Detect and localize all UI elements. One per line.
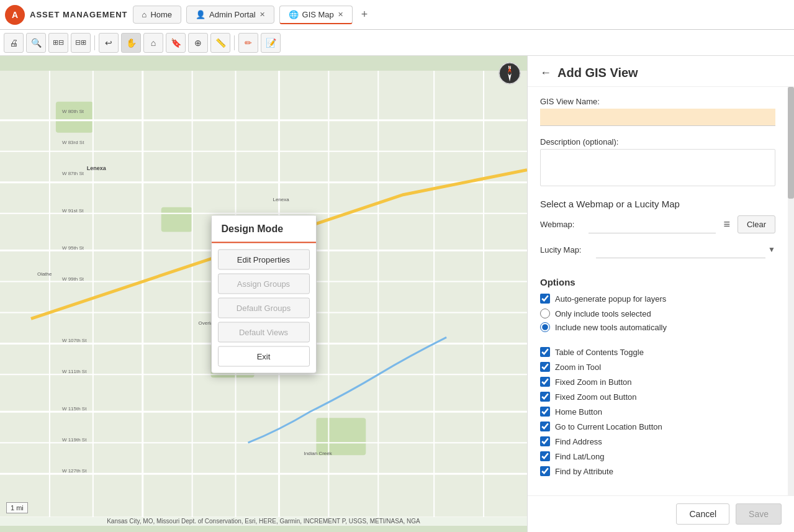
measure-tool[interactable]: 📏 [210,33,230,53]
only-selected-radio[interactable] [540,309,550,318]
add-tab-button[interactable]: + [358,8,372,21]
topbar: A ASSET MANAGEMENT ⌂ Home 👤 Admin Portal… [0,0,794,30]
print-tool[interactable]: 🖨 [4,33,24,53]
gis-view-name-input[interactable] [540,109,775,126]
find-address-checkbox[interactable] [540,436,550,446]
toc-toggle-row: Table of Contents Toggle [540,347,775,357]
bookmark-tool[interactable]: 🔖 [166,33,186,53]
cancel-button[interactable]: Cancel [676,503,729,525]
edit-tool[interactable]: 📝 [261,33,281,53]
back-button[interactable]: ← [540,66,551,79]
find-attribute-row: Find by Attribute [540,466,775,476]
zoom-collapse-tool[interactable]: ⊞⊟ [48,33,68,53]
lucity-map-select[interactable] [596,241,765,258]
draw-tool[interactable]: ✏ [238,33,258,53]
include-new-label: Include new tools automatically [555,323,667,332]
fixed-zoom-in-checkbox[interactable] [540,377,550,387]
include-new-radio[interactable] [540,322,550,332]
description-input[interactable] [540,149,775,186]
fixed-zoom-out-checkbox[interactable] [540,392,550,402]
svg-rect-2 [161,207,192,232]
clear-webmap-button[interactable]: Clear [738,215,775,233]
zoom-in-tool-row: Zoom in Tool [540,362,775,372]
assign-groups-button[interactable]: Assign Groups [218,273,310,294]
panel-content: GIS View Name: Description (optional): S… [528,87,788,495]
fixed-zoom-in-row: Fixed Zoom in Button [540,377,775,387]
tab-home[interactable]: ⌂ Home [133,6,182,24]
zoom-in-tool-label: Zoom in Tool [555,363,601,372]
default-views-button[interactable]: Default Views [218,322,310,342]
save-button: Save [736,503,782,525]
toc-toggle-label: Table of Contents Toggle [555,348,644,357]
description-label: Description (optional): [540,137,775,147]
locate-tool[interactable]: ⊕ [188,33,208,53]
panel-header: ← Add GIS View [528,56,794,87]
back-tool[interactable]: ↩ [99,33,119,53]
only-selected-label: Only include tools selected [555,309,651,318]
home-button-checkbox[interactable] [540,407,550,417]
find-address-row: Find Address [540,436,775,446]
webmap-label: Webmap: [540,220,584,229]
toolbar-separator-1 [94,35,95,50]
svg-text:Indian Creek: Indian Creek [304,451,332,456]
only-selected-row: Only include tools selected [540,309,775,318]
lucity-map-label: Lucity Map: [540,245,596,255]
zoom-in-tool-checkbox[interactable] [540,362,550,372]
find-lat-long-checkbox[interactable] [540,451,550,461]
svg-text:W 111th St: W 111th St [62,369,87,374]
zoom-expand-tool[interactable]: ⊟⊞ [71,33,91,53]
go-to-location-checkbox[interactable] [540,422,550,431]
go-to-location-label: Go to Current Location Button [555,422,662,431]
panel-title: Add GIS View [557,66,638,80]
svg-text:W 115th St: W 115th St [62,406,87,412]
svg-text:W 95th St: W 95th St [62,245,84,251]
pan-tool[interactable]: ✋ [121,33,141,53]
svg-text:W 107th St: W 107th St [62,338,87,343]
home-button-row: Home Button [540,407,775,417]
webmap-input[interactable] [589,216,716,233]
panel-footer: Cancel Save [528,495,794,532]
include-new-row: Include new tools automatically [540,322,775,332]
dialog-body: Edit Properties Assign Groups Default Gr… [212,243,316,372]
fixed-zoom-in-label: Fixed Zoom in Button [555,377,632,387]
app-title: ASSET MANAGEMENT [30,10,128,19]
scale-bar: 1 mi [6,502,28,513]
gis-tab-close[interactable]: ✕ [338,11,343,19]
tab-gis[interactable]: 🌐 GIS Map ✕ [279,6,353,24]
svg-text:W 119th St: W 119th St [62,437,87,443]
toolbar-separator-2 [234,35,235,50]
find-attribute-checkbox[interactable] [540,466,550,476]
svg-text:W 99th St: W 99th St [62,276,84,282]
auto-generate-checkbox[interactable] [540,294,550,304]
app-logo: A [5,5,25,25]
compass: N [499,62,521,84]
map-area[interactable]: W 80th St W 83rd St W 87th St W 91st St … [0,56,527,532]
svg-rect-1 [56,102,93,133]
exit-button[interactable]: Exit [218,346,310,366]
svg-text:W 91st St: W 91st St [62,208,84,214]
auto-generate-label: Auto-generate popup for layers [555,294,666,304]
home-tab-icon: ⌂ [142,10,147,19]
edit-properties-button[interactable]: Edit Properties [218,249,310,269]
zoom-in-tool[interactable]: 🔍 [26,33,46,53]
scale-label: 1 mi [11,504,24,512]
svg-text:W 87th St: W 87th St [62,171,84,176]
lucity-map-row: Lucity Map: ▼ [540,241,775,258]
svg-text:W 80th St: W 80th St [62,109,84,114]
auto-generate-row: Auto-generate popup for layers [540,294,775,304]
admin-tab-close[interactable]: ✕ [259,11,265,19]
admin-tab-label: Admin Portal [209,10,255,19]
home-tool[interactable]: ⌂ [143,33,163,53]
go-to-location-row: Go to Current Location Button [540,422,775,431]
panel-scrollbar-track[interactable] [788,87,794,495]
svg-text:Lenexa: Lenexa [87,165,107,171]
tools-scroll: Table of Contents Toggle Zoom in Tool Fi… [540,347,775,481]
design-mode-dialog: Design Mode Edit Properties Assign Group… [211,215,317,373]
default-groups-button[interactable]: Default Groups [218,297,310,318]
toc-toggle-checkbox[interactable] [540,347,550,357]
tab-admin[interactable]: 👤 Admin Portal ✕ [186,6,274,24]
svg-rect-4 [316,418,366,455]
svg-text:W 83rd St: W 83rd St [62,140,84,145]
webmap-menu-button[interactable]: ≡ [721,215,733,233]
map-toolbar: 🖨 🔍 ⊞⊟ ⊟⊞ ↩ ✋ ⌂ 🔖 ⊕ 📏 ✏ 📝 [0,30,794,56]
